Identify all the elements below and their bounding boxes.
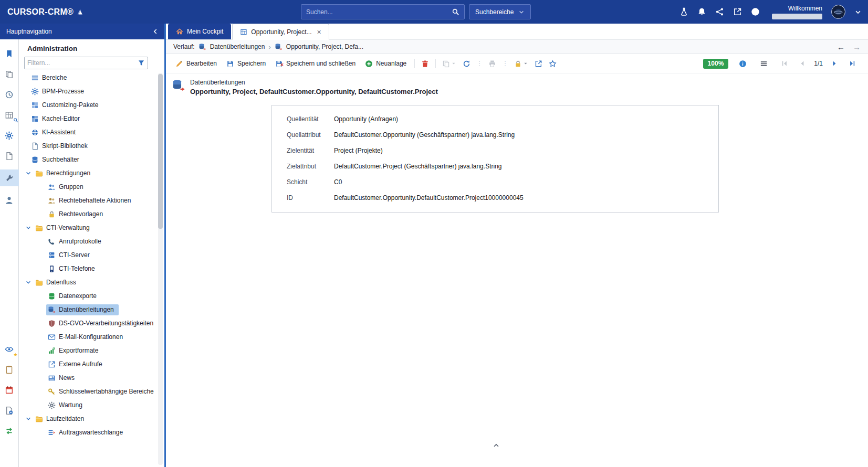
tree-item-gruppen[interactable]: Gruppen — [19, 180, 157, 194]
refresh-button[interactable] — [460, 58, 473, 70]
menu-button[interactable] — [757, 58, 770, 70]
next-page-button[interactable] — [828, 58, 841, 69]
groups-icon — [48, 183, 56, 191]
tree-item-externe-aufrufe[interactable]: Externe Aufrufe — [19, 357, 157, 371]
user-menu-chevron-icon[interactable] — [854, 8, 862, 16]
completeness-badge[interactable]: 100% — [703, 59, 729, 69]
administration-wrench-rail-button[interactable] — [0, 169, 19, 186]
contacts-rail-button[interactable] — [0, 193, 19, 207]
close-tab-icon[interactable]: × — [317, 28, 321, 36]
nav-tree: BereicheBPM-ProzesseCustomizing-PaketeKa… — [19, 71, 157, 467]
tree-item-datenexporte[interactable]: Datenexporte — [19, 289, 157, 303]
tree-item-wartung[interactable]: Wartung — [19, 398, 157, 412]
tree-item-datenüberleitungen[interactable]: Datenüberleitungen — [19, 303, 157, 316]
breadcrumb-item[interactable]: Datenüberleitungen — [210, 43, 265, 50]
tab-mein-cockpit[interactable]: Mein Cockpit — [168, 24, 231, 39]
record-entity: Datenüberleitungen — [190, 79, 438, 86]
tab-opportunity-project[interactable]: Opportunity, Project... × — [232, 24, 329, 40]
bell-icon[interactable] — [697, 7, 706, 16]
field-value: Opportunity (Anfragen) — [334, 114, 398, 124]
field-value: Project (Projekte) — [334, 146, 383, 156]
notes-rail-button[interactable] — [0, 363, 19, 376]
tree-item-cti-telefone[interactable]: CTI-Telefone — [19, 262, 157, 275]
record-header: Datenüberleitungen Opportunity, Project,… — [166, 73, 868, 99]
flask-icon[interactable] — [679, 7, 688, 16]
tree-item-exportformate[interactable]: Exportformate — [19, 344, 157, 357]
tree-item-bpm-prozesse[interactable]: BPM-Prozesse — [19, 84, 157, 98]
delete-button[interactable] — [419, 58, 432, 70]
tree-item-laufzeitdaten[interactable]: Laufzeitdaten — [19, 412, 157, 426]
edit-button[interactable]: Bearbeiten — [171, 58, 221, 70]
folder-icon — [35, 169, 43, 177]
info-circle-icon[interactable] — [751, 7, 760, 16]
settings-gear-rail-button[interactable] — [0, 129, 19, 142]
chevron-down-icon[interactable] — [24, 278, 33, 286]
forward-icon[interactable]: → — [853, 43, 861, 51]
search-icon[interactable] — [452, 8, 459, 16]
expand-bottom-panel-icon[interactable] — [493, 442, 500, 449]
avatar[interactable] — [831, 5, 845, 19]
new-record-button[interactable]: Neuanlage — [361, 58, 411, 70]
tree-item-skript-bibliothek[interactable]: Skript-Bibliothek — [19, 139, 157, 153]
document-rail-button[interactable] — [0, 149, 19, 163]
bookmark-rail-button[interactable] — [0, 47, 19, 60]
data-sync-rail-button[interactable] — [0, 424, 19, 438]
search-areas-button[interactable]: Suchbereiche — [469, 4, 531, 19]
lock-button[interactable] — [511, 58, 531, 70]
funnel-icon[interactable] — [138, 59, 145, 67]
tree-item-berechtigungen[interactable]: Berechtigungen — [19, 166, 157, 180]
last-page-button[interactable] — [846, 58, 859, 69]
history-rail-button[interactable] — [0, 88, 19, 101]
share-icon[interactable] — [715, 7, 724, 16]
breadcrumb-item[interactable]: Opportunity, Project, Defa... — [286, 43, 363, 50]
save-close-button[interactable]: × Speichern und schließen — [271, 58, 360, 70]
tree-item-rechtebehaftete-aktionen[interactable]: Rechtebehaftete Aktionen — [19, 194, 157, 207]
field-label: ID — [287, 193, 334, 203]
open-external-icon[interactable] — [733, 7, 742, 16]
collapse-sidebar-icon[interactable] — [152, 28, 159, 35]
tree-item-datenfluss[interactable]: Datenfluss — [19, 275, 157, 289]
report-settings-rail-button[interactable] — [0, 404, 19, 417]
tree-item-anrufprotokolle[interactable]: Anrufprotokolle — [19, 235, 157, 248]
print-button[interactable] — [486, 58, 499, 70]
checkout-button[interactable] — [532, 58, 545, 70]
tree-scrollbar-thumb[interactable] — [158, 74, 163, 229]
field-label: Zielentität — [287, 146, 334, 156]
tree-item-auftragswarteschlange[interactable]: Auftragswarteschlange — [19, 426, 157, 439]
tree-item-kachel-editor[interactable]: Kachel-Editor — [19, 112, 157, 125]
image-actions-button[interactable] — [440, 58, 459, 70]
tree-item-e-mail-konfigurationen[interactable]: E-Mail-Konfigurationen — [19, 330, 157, 344]
table-search-rail-button[interactable] — [0, 108, 19, 122]
sidebar-body: ★ Administration BereicheBPM-ProzesseC — [0, 39, 164, 467]
save-button[interactable]: Speichern — [222, 58, 270, 70]
tree-item-suchbehälter[interactable]: Suchbehälter — [19, 153, 157, 166]
button-label: Bearbeiten — [186, 60, 217, 67]
prev-page-button[interactable] — [796, 58, 809, 69]
tree-scrollbar[interactable] — [158, 73, 163, 465]
tree-item-ds-gvo-verarbeitungstätigkeiten[interactable]: DS-GVO-Verarbeitungstätigkeiten — [19, 316, 157, 330]
info-button[interactable] — [736, 58, 749, 70]
tree-item-cti-server[interactable]: CTI-Server — [19, 248, 157, 262]
back-icon[interactable]: ← — [837, 43, 845, 51]
tree-item-rechtevorlagen[interactable]: Rechtevorlagen — [19, 207, 157, 221]
search-input[interactable] — [306, 8, 447, 16]
tree-item-customizing-pakete[interactable]: Customizing-Pakete — [19, 98, 157, 112]
rights-templates-icon — [48, 210, 56, 218]
favorite-star-button[interactable] — [546, 58, 559, 70]
tree-item-ki-assistent[interactable]: KI-Assistent — [19, 125, 157, 139]
chevron-down-icon[interactable] — [24, 224, 33, 232]
script-icon — [31, 142, 39, 150]
watchlist-rail-button[interactable]: ★ — [0, 342, 19, 356]
tree-item-schlüsselwertabhängige-bereiche[interactable]: Schlüsselwertabhängige Bereiche — [19, 385, 157, 398]
tree-item-news[interactable]: News — [19, 371, 157, 385]
sidebar-header: Hauptnavigation — [0, 24, 164, 39]
first-page-button[interactable] — [778, 58, 791, 69]
field-label: Zielattribut — [287, 162, 334, 172]
tree-item-cti-verwaltung[interactable]: CTI-Verwaltung — [19, 221, 157, 235]
chevron-down-icon[interactable] — [24, 415, 33, 423]
tree-item-bereiche[interactable]: Bereiche — [19, 71, 157, 84]
documents-rail-button[interactable] — [0, 67, 19, 81]
calendar-rail-button[interactable] — [0, 383, 19, 397]
filter-input[interactable] — [27, 59, 135, 67]
chevron-down-icon[interactable] — [24, 169, 33, 177]
